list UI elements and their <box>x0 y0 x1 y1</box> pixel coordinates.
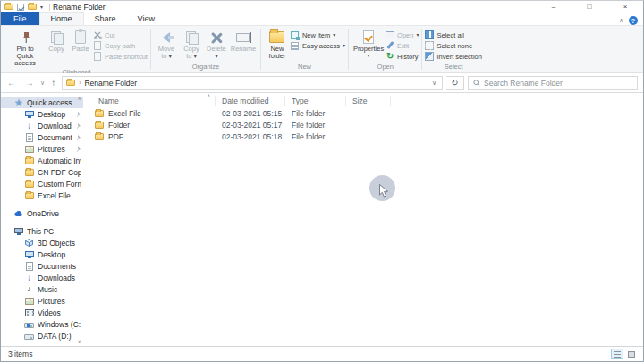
close-button[interactable]: × <box>607 1 643 13</box>
icons-view-button[interactable] <box>625 349 638 359</box>
sidebar-item-data-d[interactable]: DATA (D:) <box>1 330 83 341</box>
breadcrumb-separator-icon: › <box>79 80 80 86</box>
delete-button[interactable]: Delete ▾ <box>204 28 229 61</box>
search-input[interactable] <box>484 79 632 88</box>
open-button[interactable]: Open ▾ <box>386 30 419 39</box>
cursor-highlight-circle <box>369 175 395 201</box>
onedrive-icon <box>13 208 23 218</box>
copy-button[interactable]: Copy <box>45 28 68 54</box>
folder-icon <box>95 122 104 129</box>
group-label-select: Select <box>422 63 484 72</box>
sidebar-item-excel-file[interactable]: Excel File <box>1 189 83 201</box>
new-folder-button[interactable]: New folder <box>264 28 291 61</box>
videos-icon <box>24 307 34 317</box>
sidebar-item-3d-objects[interactable]: 3D Objects <box>1 237 83 248</box>
back-button[interactable]: ← <box>4 78 19 88</box>
qat-separator <box>49 4 50 11</box>
breadcrumb-path[interactable]: Rename Folder <box>84 79 137 88</box>
minimize-button[interactable]: – <box>536 1 572 13</box>
icons-view-icon <box>628 351 635 358</box>
sidebar-item-pc-documents[interactable]: Documents <box>1 260 83 272</box>
breadcrumb[interactable]: › Rename Folder ∨ <box>62 76 443 90</box>
sidebar-item-windows-c[interactable]: Windows (C:) <box>1 318 83 330</box>
file-row-pdf[interactable]: PDF 02-03-2021 05:18 File folder <box>92 130 643 142</box>
cut-button[interactable]: Cut <box>93 30 148 39</box>
properties-qat-icon[interactable] <box>17 4 24 11</box>
sidebar-item-this-pc[interactable]: This PC <box>1 225 83 237</box>
group-label-new: New <box>261 63 348 72</box>
easy-access-button[interactable]: Easy access ▾ <box>291 41 345 50</box>
sidebar-item-pc-desktop[interactable]: Desktop <box>1 248 83 260</box>
sidebar-item-pc-downloads[interactable]: ↓ Downloads <box>1 272 83 283</box>
properties-dropdown-icon: ▾ <box>368 53 370 58</box>
navigation-pane: ∧ ∨ Quick access Desktop ↓ Downloads Do <box>1 93 83 346</box>
up-button[interactable]: ↑ <box>48 78 58 88</box>
sidebar-item-pc-pictures[interactable]: Pictures <box>1 295 83 307</box>
group-label-organize: Organize <box>151 63 260 72</box>
select-none-icon <box>425 41 434 50</box>
tab-share[interactable]: Share <box>84 12 127 25</box>
properties-button[interactable]: Properties ▾ <box>352 28 386 59</box>
file-row-folder[interactable]: Folder 02-03-2021 05:17 File folder <box>92 119 643 130</box>
sidebar-item-custom-format[interactable]: Custom Formatt <box>1 178 83 189</box>
paste-button[interactable]: Paste <box>68 28 93 54</box>
history-button[interactable]: ↻ History <box>386 52 419 61</box>
sidebar-scroll-up-icon[interactable]: ∧ <box>78 95 81 101</box>
file-date: 02-03-2021 05:17 <box>216 121 285 130</box>
sidebar-scroll-down-icon[interactable]: ∨ <box>78 338 81 344</box>
pin-to-quick-access-button[interactable]: Pin to Quick access <box>5 28 45 68</box>
new-folder-qat-icon[interactable] <box>28 4 37 10</box>
this-pc-icon <box>13 226 23 236</box>
refresh-button[interactable]: ↻ <box>446 76 464 90</box>
edit-button[interactable]: Edit <box>386 41 419 50</box>
copy-path-button[interactable]: Copy path <box>93 41 148 50</box>
address-dropdown-icon[interactable]: ∨ <box>430 80 438 87</box>
sidebar-item-quick-access[interactable]: Quick access <box>1 97 83 108</box>
tab-home[interactable]: Home <box>39 12 84 25</box>
column-header-name[interactable]: Name <box>92 96 216 106</box>
sidebar-item-music[interactable]: ♪ Music <box>1 283 83 295</box>
windows-drive-icon <box>24 319 34 329</box>
pin-icon <box>76 147 81 152</box>
collapse-ribbon-icon[interactable]: ∧ <box>619 17 623 24</box>
move-to-button[interactable]: Move to ▾ <box>154 28 179 61</box>
folder-icon <box>95 110 104 117</box>
file-row-excel-file[interactable]: Excel File 02-03-2021 05:15 File folder <box>92 107 643 119</box>
paste-shortcut-button[interactable]: Paste shortcut <box>93 52 148 61</box>
copy-to-icon <box>186 29 197 46</box>
rename-button[interactable]: Rename <box>229 28 258 54</box>
sidebar-item-downloads[interactable]: ↓ Downloads <box>1 120 83 131</box>
documents-icon <box>24 261 34 271</box>
tab-file[interactable]: File <box>1 12 39 25</box>
sidebar-item-videos[interactable]: Videos <box>1 307 83 318</box>
desktop-icon <box>24 109 34 119</box>
sidebar-item-automatic-invoice[interactable]: Automatic Invoi <box>1 155 83 166</box>
details-view-button[interactable] <box>611 349 623 359</box>
ribbon-tabs: File Home Share View ∧ ? <box>1 13 643 26</box>
sidebar-item-documents[interactable]: Documents <box>1 131 83 143</box>
sidebar-item-cn-pdf-copy[interactable]: CN PDF Copy <box>1 166 83 178</box>
folder-icon <box>24 167 34 177</box>
recent-locations-icon[interactable]: ∨ <box>40 80 45 87</box>
maximize-button[interactable]: □ <box>572 1 607 13</box>
sidebar-item-pictures[interactable]: Pictures <box>1 143 83 155</box>
sidebar-item-onedrive[interactable]: OneDrive <box>1 207 83 219</box>
column-header-type[interactable]: Type <box>285 96 346 106</box>
group-label-open: Open <box>349 63 421 72</box>
column-header-size[interactable]: Size <box>346 96 391 106</box>
select-all-button[interactable]: Select all <box>425 30 481 39</box>
help-icon[interactable]: ? <box>629 16 638 25</box>
forward-button[interactable]: → <box>22 78 37 88</box>
select-none-button[interactable]: Select none <box>425 41 481 50</box>
customize-qat-icon[interactable]: ▾ <box>40 4 43 10</box>
tab-view[interactable]: View <box>127 12 165 25</box>
drive-icon <box>24 331 34 341</box>
column-header-date-modified[interactable]: Date modified <box>216 96 285 106</box>
quick-access-star-icon <box>13 97 23 107</box>
music-icon: ♪ <box>24 284 34 294</box>
copy-to-button[interactable]: Copy to ▾ <box>179 28 204 61</box>
invert-selection-button[interactable]: Invert selection <box>425 52 481 61</box>
sidebar-item-desktop[interactable]: Desktop <box>1 108 83 120</box>
search-box[interactable] <box>468 76 638 90</box>
new-item-button[interactable]: New item ▾ <box>291 30 345 39</box>
